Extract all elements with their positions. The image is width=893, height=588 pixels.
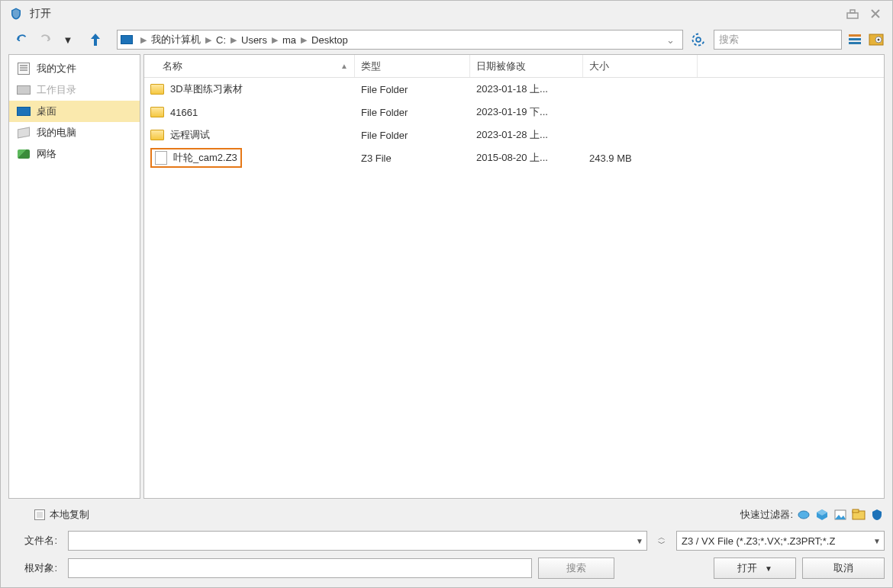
forward-button[interactable] [36, 31, 54, 49]
titlebar: 打开 [1, 1, 892, 27]
help-button[interactable] [843, 5, 862, 23]
folder-icon [150, 130, 164, 140]
search-input[interactable]: 搜索 [714, 30, 842, 50]
svg-rect-1 [850, 10, 855, 13]
chevron-down-icon: ▼ [765, 564, 772, 573]
monitor-icon [17, 105, 31, 117]
folder-icon [150, 84, 164, 95]
back-button[interactable] [13, 31, 31, 49]
sidebar-item-my-files[interactable]: 我的文件 [9, 58, 140, 79]
local-copy-checkbox[interactable] [34, 509, 45, 520]
col-header-size[interactable]: 大小 [583, 55, 698, 77]
sidebar-item-workdir[interactable]: 工作目录 [9, 79, 140, 101]
up-button[interactable] [86, 31, 105, 49]
column-headers: 名称 ▲ 类型 日期被修改 大小 [144, 55, 884, 78]
doc-icon [17, 63, 31, 75]
root-object-input[interactable] [68, 558, 532, 578]
breadcrumb-sep: ▶ [231, 35, 237, 45]
options-row: 本地复制 快速过滤器: [8, 505, 885, 525]
file-pane: 名称 ▲ 类型 日期被修改 大小 3D草图练习素材 File Folder 20… [143, 54, 885, 499]
bottom-area: 本地复制 快速过滤器: 文件名: ▼ ︿﹀ Z3 / VX File (*.Z3… [1, 502, 892, 587]
filename-row: 文件名: ▼ ︿﹀ Z3 / VX File (*.Z3;*.VX;*.Z3PR… [8, 529, 885, 552]
preview-icon[interactable] [868, 31, 885, 48]
sidebar-item-label: 工作目录 [37, 83, 76, 97]
breadcrumb-sep: ▶ [301, 35, 307, 45]
sidebar-item-label: 网络 [37, 147, 56, 161]
location-icon [121, 35, 133, 44]
search-placeholder: 搜索 [719, 33, 739, 47]
root-object-label: 根对象: [8, 561, 62, 575]
svg-rect-4 [849, 38, 861, 40]
open-button[interactable]: 打开 ▼ [714, 557, 796, 579]
chevron-down-icon: ▼ [869, 537, 881, 545]
svg-point-2 [696, 37, 701, 42]
col-header-type[interactable]: 类型 [355, 55, 470, 77]
open-dialog-window: 打开 ▼ ▶ 我的计算机 ▶ C: ▶ Users ▶ ma ▶ [0, 0, 893, 588]
network-icon [17, 148, 31, 160]
sidebar-item-my-computer[interactable]: 我的电脑 [9, 122, 140, 143]
expand-toggle[interactable]: ︿﹀ [653, 535, 670, 547]
filename-input[interactable]: ▼ [68, 531, 647, 551]
quick-filter-group: 快速过滤器: [740, 507, 885, 522]
file-list: 3D草图练习素材 File Folder 2023-01-18 上... 416… [144, 78, 884, 498]
breadcrumb-sep: ▶ [272, 35, 278, 45]
sidebar-item-label: 我的文件 [37, 62, 76, 76]
filter-icon-2[interactable] [814, 507, 830, 522]
cancel-button[interactable]: 取消 [802, 557, 885, 579]
svg-point-9 [798, 511, 809, 519]
svg-rect-3 [849, 34, 861, 37]
col-header-date[interactable]: 日期被修改 [470, 55, 583, 77]
breadcrumb-dropdown[interactable]: ⌄ [662, 34, 679, 46]
quick-filter-label: 快速过滤器: [740, 508, 793, 522]
main-area: 我的文件 工作目录 桌面 我的电脑 网络 名称 [8, 54, 885, 499]
filter-icon-3[interactable] [833, 507, 848, 522]
filter-icon-1[interactable] [796, 507, 811, 522]
action-row: 根对象: 搜索 打开 ▼ 取消 [8, 557, 885, 580]
breadcrumb-item[interactable]: C: [216, 34, 226, 46]
sidebar: 我的文件 工作目录 桌面 我的电脑 网络 [8, 54, 140, 499]
filter-icon-4[interactable] [851, 507, 866, 522]
sidebar-item-label: 桌面 [37, 104, 56, 118]
folder-icon [150, 107, 164, 117]
filetype-dropdown[interactable]: Z3 / VX File (*.Z3;*.VX;*.Z3PRT;*.Z ▼ [676, 531, 885, 551]
toolbar: ▼ ▶ 我的计算机 ▶ C: ▶ Users ▶ ma ▶ Desktop ⌄ … [1, 27, 892, 53]
computer-icon [17, 127, 31, 139]
close-button[interactable] [866, 5, 885, 23]
sidebar-item-desktop[interactable]: 桌面 [9, 101, 140, 122]
table-row[interactable]: 3D草图练习素材 File Folder 2023-01-18 上... [144, 78, 884, 101]
monitor-icon [17, 84, 31, 96]
breadcrumb-item[interactable]: Desktop [311, 34, 348, 46]
svg-point-8 [878, 39, 880, 41]
breadcrumb-item[interactable]: 我的计算机 [151, 33, 201, 47]
refresh-button[interactable] [688, 29, 709, 50]
breadcrumb-bar[interactable]: ▶ 我的计算机 ▶ C: ▶ Users ▶ ma ▶ Desktop ⌄ [117, 30, 683, 50]
breadcrumb-sep: ▶ [205, 35, 211, 45]
svg-rect-5 [849, 42, 861, 44]
chevron-down-icon: ▼ [631, 537, 643, 545]
filename-label: 文件名: [8, 534, 62, 548]
window-title: 打开 [30, 7, 51, 21]
svg-rect-0 [847, 13, 858, 18]
breadcrumb-item[interactable]: ma [282, 34, 296, 46]
col-header-name[interactable]: 名称 ▲ [144, 55, 355, 77]
table-row[interactable]: 远程调试 File Folder 2023-01-28 上... [144, 124, 884, 146]
highlighted-file: 叶轮_cam2.Z3 [150, 148, 242, 168]
view-list-icon[interactable] [846, 31, 863, 48]
sort-asc-icon: ▲ [340, 62, 348, 70]
sidebar-item-network[interactable]: 网络 [9, 143, 140, 165]
history-dropdown[interactable]: ▼ [59, 31, 77, 49]
svg-rect-12 [853, 509, 859, 512]
search-button[interactable]: 搜索 [538, 557, 614, 579]
file-icon [155, 151, 167, 165]
table-row[interactable]: 叶轮_cam2.Z3 Z3 File 2015-08-20 上... 243.9… [144, 146, 884, 169]
breadcrumb-item[interactable]: Users [241, 34, 267, 46]
app-icon [8, 6, 24, 21]
sidebar-item-label: 我的电脑 [37, 126, 76, 140]
table-row[interactable]: 41661 File Folder 2023-01-19 下... [144, 101, 884, 124]
filter-icon-5[interactable] [869, 507, 885, 522]
breadcrumb-sep: ▶ [140, 35, 147, 45]
local-copy-label: 本地复制 [50, 508, 89, 522]
